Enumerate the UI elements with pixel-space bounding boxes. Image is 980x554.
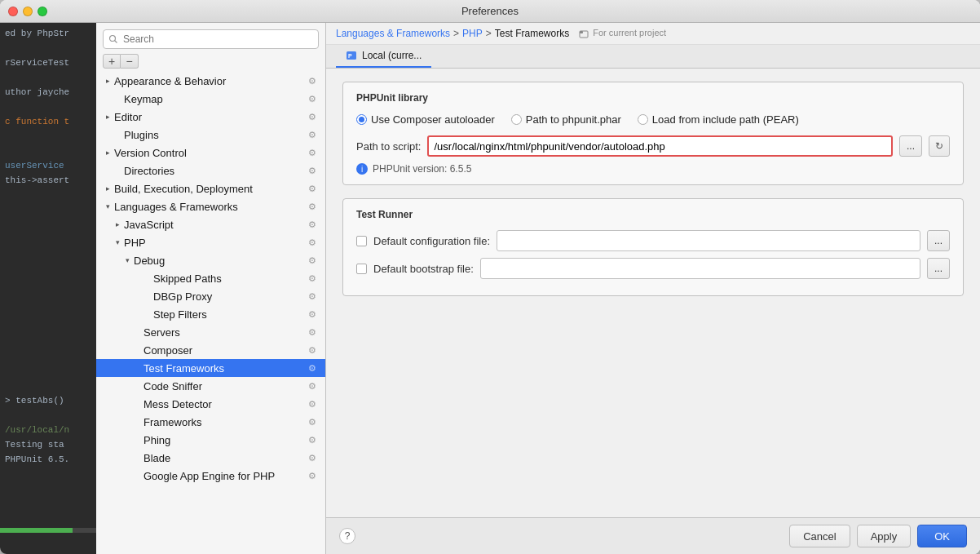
path-label: Path to script: [356, 140, 421, 153]
tree-arrow-icon [132, 273, 142, 283]
bootstrap-input[interactable] [480, 258, 920, 279]
minimize-button[interactable] [23, 7, 33, 16]
sidebar-item-version-control[interactable]: Version Control ⚙ [96, 144, 325, 162]
sidebar: + − Appearance & Behavior ⚙ Keymap ⚙ [96, 23, 326, 554]
sidebar-item-languages-frameworks[interactable]: Languages & Frameworks ⚙ [96, 197, 325, 215]
tree-remove-button[interactable]: − [121, 54, 139, 69]
content-area: PHPUnit library Use Composer autoloader … [326, 69, 980, 517]
title-bar: Preferences [0, 0, 980, 23]
settings-icon: ⚙ [306, 433, 319, 446]
sidebar-item-directories[interactable]: Directories ⚙ [96, 162, 325, 179]
phpunit-library-section: PHPUnit library Use Composer autoloader … [342, 82, 964, 185]
project-icon [579, 29, 589, 39]
window-title: Preferences [461, 5, 519, 17]
breadcrumb-current: Test Frameworks [495, 28, 569, 39]
tree-arrow-icon [103, 184, 113, 193]
sidebar-item-phing[interactable]: Phing ⚙ [96, 431, 325, 449]
config-input[interactable] [497, 230, 920, 251]
tree-scroll[interactable]: Appearance & Behavior ⚙ Keymap ⚙ Editor … [96, 72, 325, 554]
settings-icon: ⚙ [306, 74, 319, 87]
sidebar-item-debug[interactable]: Debug ⚙ [96, 251, 325, 269]
code-panel: ed by PhpStr rServiceTest uthor jayche c… [0, 23, 96, 554]
close-button[interactable] [8, 7, 18, 16]
browse-button[interactable]: ... [899, 135, 922, 157]
radio-composer-autoloader[interactable]: Use Composer autoloader [356, 113, 495, 126]
tree-actions: + − [96, 52, 325, 72]
ok-button[interactable]: OK [917, 525, 967, 547]
test-runner-section: Test Runner Default configuration file: … [342, 198, 964, 296]
tab-local[interactable]: P Local (curre... [336, 45, 431, 68]
settings-icon: ⚙ [306, 451, 319, 464]
tree-arrow-icon [122, 435, 132, 445]
sidebar-item-appearance[interactable]: Appearance & Behavior ⚙ [96, 72, 325, 90]
radio-load-include[interactable]: Load from include path (PEAR) [638, 113, 799, 126]
progress-container [0, 528, 96, 533]
config-browse-button[interactable]: ... [927, 230, 950, 251]
breadcrumb-php[interactable]: PHP [462, 28, 483, 39]
help-button[interactable]: ? [339, 528, 355, 544]
code-line-phpunit: PHPUnit 6.5. [5, 452, 91, 467]
code-line-function: c function t [5, 114, 91, 129]
apply-button[interactable]: Apply [857, 525, 912, 547]
path-input[interactable] [427, 135, 893, 157]
sidebar-item-dbgp-proxy[interactable]: DBGp Proxy ⚙ [96, 287, 325, 305]
code-line: this->assert [5, 173, 91, 188]
main-body: ed by PhpStr rServiceTest uthor jayche c… [0, 23, 980, 554]
tree-arrow-icon [103, 94, 113, 104]
settings-icon: ⚙ [306, 326, 319, 339]
sidebar-item-plugins[interactable]: Plugins ⚙ [96, 126, 325, 144]
search-input[interactable] [103, 29, 319, 49]
bottom-bar: ? Cancel Apply OK [326, 517, 980, 554]
cancel-button[interactable]: Cancel [789, 525, 850, 547]
tree-arrow-icon [122, 417, 132, 427]
tree-arrow-icon [122, 255, 132, 265]
settings-icon: ⚙ [306, 218, 319, 231]
sidebar-item-code-sniffer[interactable]: Code Sniffer ⚙ [96, 377, 325, 395]
sidebar-item-test-frameworks[interactable]: Test Frameworks ⚙ [96, 359, 325, 377]
radio-selected-indicator [356, 114, 367, 125]
code-line: > testAbs() [5, 393, 91, 408]
sidebar-item-php[interactable]: PHP ⚙ [96, 233, 325, 251]
settings-icon: ⚙ [306, 343, 319, 357]
sidebar-item-servers[interactable]: Servers ⚙ [96, 323, 325, 341]
default-config-row: Default configuration file: ... [356, 230, 950, 251]
tree-arrow-icon [113, 237, 122, 247]
sidebar-item-build-exec[interactable]: Build, Execution, Deployment ⚙ [96, 179, 325, 197]
sidebar-item-editor[interactable]: Editor ⚙ [96, 108, 325, 126]
settings-icon: ⚙ [306, 146, 319, 159]
sidebar-item-javascript[interactable]: JavaScript ⚙ [96, 215, 325, 233]
local-tab-icon: P [346, 50, 357, 61]
preferences-window: Preferences ed by PhpStr rServiceTest ut… [0, 0, 980, 554]
sidebar-item-mess-detector[interactable]: Mess Detector ⚙ [96, 395, 325, 413]
bootstrap-checkbox[interactable] [356, 264, 367, 274]
config-checkbox[interactable] [356, 236, 367, 246]
bootstrap-browse-button[interactable]: ... [927, 258, 950, 279]
settings-icon: ⚙ [306, 110, 319, 123]
tree-add-button[interactable]: + [103, 54, 121, 69]
tree-arrow-icon [122, 363, 132, 373]
settings-icon: ⚙ [306, 236, 319, 249]
config-label: Default configuration file: [373, 235, 490, 247]
code-line: ed by PhpStr [5, 26, 91, 41]
sidebar-item-blade[interactable]: Blade ⚙ [96, 449, 325, 467]
breadcrumb-bar: Languages & Frameworks > PHP > Test Fram… [326, 23, 980, 45]
tree-arrow-icon [122, 399, 132, 409]
sidebar-item-google-app-engine[interactable]: Google App Engine for PHP ⚙ [96, 467, 325, 485]
settings-icon: ⚙ [306, 164, 319, 177]
radio-path-phpunit[interactable]: Path to phpunit.phar [511, 113, 621, 126]
progress-fill [0, 528, 73, 533]
settings-icon: ⚙ [306, 92, 319, 105]
tree-arrow-icon [103, 130, 113, 140]
search-bar [96, 23, 325, 52]
sidebar-item-frameworks[interactable]: Frameworks ⚙ [96, 413, 325, 431]
breadcrumb-sep1: > [453, 28, 459, 39]
sidebar-item-step-filters[interactable]: Step Filters ⚙ [96, 305, 325, 323]
maximize-button[interactable] [38, 7, 47, 16]
sidebar-item-skipped-paths[interactable]: Skipped Paths ⚙ [96, 269, 325, 287]
sidebar-item-keymap[interactable]: Keymap ⚙ [96, 90, 325, 108]
sidebar-item-composer[interactable]: Composer ⚙ [96, 341, 325, 359]
settings-icon: ⚙ [306, 290, 319, 303]
breadcrumb-languages[interactable]: Languages & Frameworks [336, 28, 450, 39]
refresh-button[interactable]: ↻ [929, 135, 950, 157]
tree-arrow-icon [122, 453, 132, 463]
